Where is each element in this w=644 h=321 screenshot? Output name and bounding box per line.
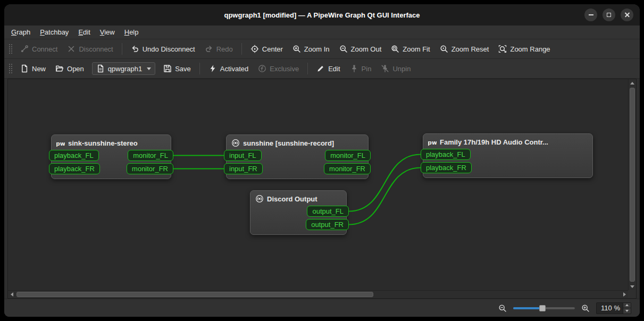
maximize-icon — [607, 13, 611, 17]
patchbay-toolbar-items: NewOpenqpwgraph1SaveActivatedExclusiveEd… — [16, 62, 415, 75]
port-input-fl[interactable]: input_FL — [224, 150, 262, 161]
node-header[interactable]: pwsink-sunshine-stereo — [52, 135, 171, 150]
graph-connect-button: Connect — [16, 42, 62, 56]
port-output-fr[interactable]: output_FR — [306, 219, 349, 230]
graph-view: pwsink-sunshine-stereoplayback_FLplaybac… — [7, 79, 637, 299]
toolbar-button-label: Edit — [328, 65, 340, 73]
zoom-slider[interactable] — [513, 305, 575, 312]
menu-patchbay[interactable]: Patchbay — [35, 26, 73, 39]
patchbay-activated-button[interactable]: Activated — [204, 62, 253, 75]
connections-layer — [8, 79, 628, 290]
port-monitor-fr[interactable]: monitor_FR — [324, 163, 371, 174]
port-playback-fr[interactable]: playback_FR — [49, 163, 100, 174]
combo-selected-value: qpwgraph1 — [108, 65, 142, 73]
port-playback-fl[interactable]: playback_FL — [421, 149, 471, 160]
zoom-value[interactable]: 110 % — [597, 303, 623, 314]
horizontal-scrollbar[interactable] — [8, 290, 628, 298]
exclusive-icon — [258, 64, 266, 73]
horizontal-scroll-track[interactable] — [15, 291, 621, 298]
graph-disconnect-button: Disconnect — [63, 42, 117, 56]
zoom-reset-icon — [440, 45, 448, 53]
toolbar-button-label: Undo Disconnect — [143, 45, 195, 53]
graph-canvas[interactable]: pwsink-sunshine-stereoplayback_FLplaybac… — [8, 79, 628, 290]
toolbar-button-label: Zoom In — [304, 45, 330, 53]
port-monitor-fl[interactable]: monitor_FL — [128, 150, 173, 161]
toolbar-button-label: Zoom Range — [510, 45, 550, 53]
port-playback-fr[interactable]: playback_FR — [421, 162, 472, 173]
port-input-fr[interactable]: input_FR — [224, 163, 263, 174]
title-bar[interactable]: qpwgraph1 [modified] — A PipeWire Graph … — [4, 4, 640, 26]
horizontal-scroll-handle[interactable] — [16, 292, 373, 297]
output-ports: monitor_FLmonitor_FR — [324, 150, 371, 174]
node-sunshine[interactable]: sunshine [sunshine-record]input_FLinput_… — [226, 134, 369, 179]
zoom-slider-handle[interactable] — [539, 305, 546, 311]
menu-edit[interactable]: Edit — [73, 26, 95, 39]
unpin-icon — [381, 64, 389, 73]
patchbay-edit-button[interactable]: Edit — [312, 62, 344, 75]
patchbay-save-button[interactable]: Save — [159, 62, 195, 75]
arrow-right-icon — [623, 292, 626, 297]
port-playback-fl[interactable]: playback_FL — [49, 150, 99, 161]
scroll-down-button[interactable] — [629, 283, 636, 290]
node-header[interactable]: Discord Output — [250, 191, 346, 206]
scroll-left-button[interactable] — [8, 291, 15, 298]
chevron-down-icon — [147, 67, 151, 70]
node-title: sunshine [sunshine-record] — [243, 139, 334, 147]
maximize-button[interactable] — [603, 9, 615, 21]
graph-redo-button: Redo — [200, 42, 237, 56]
patchbay-combo-qpwgraph1[interactable]: qpwgraph1 — [92, 62, 155, 75]
graph-zoom-in-button[interactable]: Zoom In — [288, 42, 334, 56]
port-output-fl[interactable]: output_FL — [307, 206, 349, 217]
close-button[interactable] — [621, 9, 633, 21]
input-ports: input_FLinput_FR — [224, 150, 263, 174]
zoom-range-icon — [498, 45, 507, 53]
graph-undo-disconnect-button[interactable]: Undo Disconnect — [127, 42, 199, 56]
menu-bar: GraphPatchbayEditViewHelp — [4, 26, 640, 39]
scroll-right-button[interactable] — [621, 291, 628, 298]
zoom-spin-up-button[interactable] — [623, 303, 631, 309]
graph-center-button[interactable]: Center — [246, 42, 287, 56]
node-family-audio[interactable]: pwFamily 17h/19h HD Audio Contr...playba… — [423, 133, 593, 178]
zoom-in-icon — [292, 45, 301, 53]
menu-view[interactable]: View — [95, 26, 120, 39]
toolbar-grip[interactable] — [9, 44, 13, 54]
patchbay-new-button[interactable]: New — [16, 62, 50, 75]
port-monitor-fr[interactable]: monitor_FR — [127, 163, 173, 174]
zoom-out-icon — [498, 304, 507, 312]
toolbar-grip[interactable] — [9, 63, 13, 74]
menu-help[interactable]: Help — [120, 26, 144, 39]
toolbar-button-label: Zoom Out — [351, 45, 382, 53]
graph-zoom-fit-button[interactable]: Zoom Fit — [387, 42, 434, 56]
vertical-scrollbar[interactable] — [628, 79, 636, 290]
stream-icon — [255, 195, 264, 203]
patchbay-open-button[interactable]: Open — [51, 62, 88, 75]
node-header[interactable]: sunshine [sunshine-record] — [227, 135, 368, 150]
vertical-scroll-handle[interactable] — [630, 88, 635, 282]
toolbar-separator — [307, 63, 308, 74]
node-discord-output[interactable]: Discord Outputoutput_FLoutput_FR — [250, 190, 347, 235]
node-title: Discord Output — [267, 195, 317, 203]
menu-graph[interactable]: Graph — [6, 26, 35, 39]
status-bar: 110 % — [4, 299, 640, 317]
scroll-up-button[interactable] — [629, 79, 636, 87]
node-ports: input_FLinput_FRmonitor_FLmonitor_FR — [227, 150, 368, 174]
toolbar-button-label: Connect — [32, 45, 57, 53]
node-sink-sunshine-stereo[interactable]: pwsink-sunshine-stereoplayback_FLplaybac… — [51, 134, 171, 179]
pipewire-icon: pw — [56, 139, 65, 147]
activated-icon — [208, 64, 217, 73]
zoom-spin-arrows — [623, 303, 631, 314]
patchbay-toolbar: NewOpenqpwgraph1SaveActivatedExclusiveEd… — [4, 59, 640, 79]
node-header[interactable]: pwFamily 17h/19h HD Audio Contr... — [423, 134, 592, 149]
minimize-button[interactable] — [584, 9, 597, 21]
graph-zoom-reset-button[interactable]: Zoom Reset — [436, 42, 494, 56]
zoom-spin-down-button[interactable] — [623, 308, 631, 314]
vertical-scroll-track[interactable] — [629, 87, 636, 283]
zoom-spinbox[interactable]: 110 % — [596, 302, 631, 314]
port-monitor-fl[interactable]: monitor_FL — [325, 150, 371, 161]
graph-zoom-out-button[interactable]: Zoom Out — [335, 42, 386, 56]
graph-zoom-range-button[interactable]: Zoom Range — [494, 42, 554, 56]
toolbar-button-label: Redo — [216, 45, 233, 53]
zoom-in-icon — [581, 304, 590, 312]
input-ports: playback_FLplayback_FR — [421, 149, 472, 173]
toolbar-button-label: Exclusive — [270, 65, 299, 73]
